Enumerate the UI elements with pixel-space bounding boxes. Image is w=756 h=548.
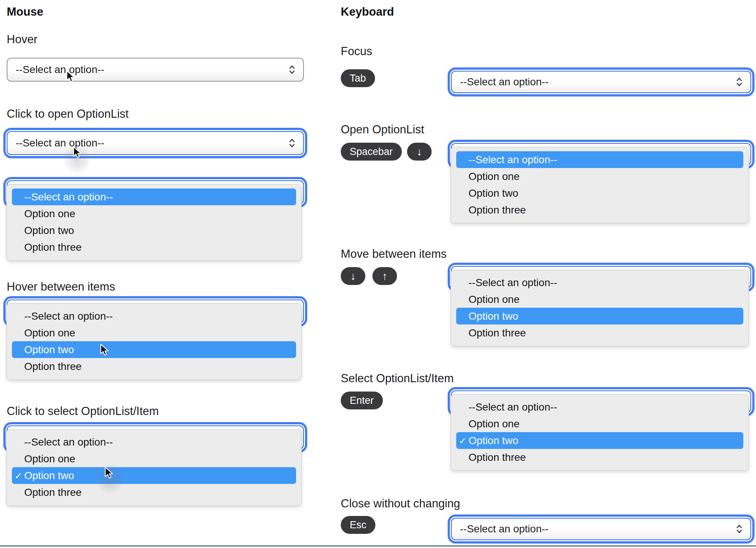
option-item[interactable]: ✓Option two (456, 432, 743, 449)
option-item[interactable]: --Select an option-- (12, 308, 296, 324)
option-label: Option three (468, 452, 526, 463)
optionlist-open: --Select an option--Option oneOption two… (7, 300, 304, 381)
optionlist-panel: --Select an option--Option oneOption two… (451, 270, 749, 346)
arrow-down-key-icon: ↓ (407, 143, 432, 161)
option-label: --Select an option-- (468, 277, 557, 289)
select-value: --Select an option-- (16, 64, 104, 76)
option-item[interactable]: --Select an option-- (456, 151, 743, 168)
option-label: Option one (468, 418, 520, 430)
key-badge-enter: Enter (341, 392, 383, 409)
option-label: --Select an option-- (468, 401, 557, 413)
click-open-section-label: Click to open OptionList (7, 107, 128, 121)
optionlist-open: --Select an option--Option oneOption two… (451, 143, 751, 225)
close-section-label: Close without changing (341, 497, 460, 510)
option-item[interactable]: --Select an option-- (456, 274, 743, 291)
option-label: --Select an option-- (24, 191, 113, 203)
chevron-up-down-icon (736, 523, 743, 535)
option-item[interactable]: Option three (456, 449, 743, 466)
optionlist-panel: --Select an option--Option one✓Option tw… (451, 394, 749, 471)
option-item[interactable]: Option three (12, 239, 296, 256)
key-badge-tab: Tab (341, 69, 375, 87)
arrow-up-key-icon: ↑ (372, 267, 397, 285)
focus-section-label: Focus (341, 45, 372, 58)
option-label: Option three (468, 204, 526, 216)
optionlist-open: --Select an option--Option oneOption two… (451, 266, 751, 348)
option-label: Option one (24, 327, 75, 339)
chevron-up-down-icon (288, 64, 296, 76)
option-item[interactable]: --Select an option-- (12, 189, 296, 205)
checkmark-icon: ✓ (15, 470, 22, 481)
chevron-up-down-icon (736, 76, 743, 88)
hover-select[interactable]: --Select an option-- (7, 58, 304, 82)
checkmark-icon: ✓ (459, 435, 467, 446)
option-item[interactable]: --Select an option-- (12, 434, 296, 450)
option-item[interactable]: Option one (456, 415, 743, 432)
move-section-label: Move between items (341, 247, 447, 261)
option-item[interactable]: Option three (456, 202, 743, 218)
option-label: Option three (24, 487, 82, 498)
option-item[interactable]: Option one (456, 168, 743, 185)
option-label: Option one (24, 208, 75, 220)
option-label: Option three (468, 327, 526, 339)
bottom-divider (0, 545, 756, 547)
option-item[interactable]: Option one (456, 291, 743, 308)
close-select[interactable]: --Select an option-- (451, 518, 751, 540)
option-item[interactable]: Option two (12, 222, 296, 239)
option-label: --Select an option-- (24, 436, 113, 448)
hover-section-label: Hover (7, 33, 38, 46)
option-item[interactable]: --Select an option-- (456, 399, 743, 415)
option-label: Option two (468, 435, 518, 447)
option-label: Option three (24, 361, 82, 373)
option-item[interactable]: Option three (12, 484, 296, 501)
option-item[interactable]: Option one (12, 324, 296, 341)
option-label: Option three (24, 241, 82, 253)
option-label: --Select an option-- (24, 310, 113, 322)
optionlist-open: --Select an option--Option one✓Option tw… (451, 390, 751, 472)
option-label: Option two (24, 470, 74, 482)
hover-items-section-label: Hover between items (7, 280, 115, 294)
chevron-up-down-icon (288, 137, 296, 149)
option-label: Option one (24, 453, 75, 465)
optionlist-panel: --Select an option--Option oneOption two… (6, 303, 302, 380)
option-item[interactable]: Option one (12, 205, 296, 222)
option-item[interactable]: Option two (456, 308, 743, 324)
key-badge-esc: Esc (341, 516, 375, 534)
open-section-label: Open OptionList (341, 123, 424, 136)
option-label: Option two (24, 344, 74, 356)
select-value: --Select an option-- (460, 523, 549, 535)
optionlist-open: --Select an option--Option oneOption two… (7, 180, 304, 262)
option-label: Option two (24, 225, 74, 237)
option-label: Option two (468, 187, 518, 199)
optionlist-panel: --Select an option--Option oneOption two… (6, 184, 302, 261)
optionlist-panel: --Select an option--Option oneOption two… (451, 147, 749, 224)
click-open-select[interactable]: --Select an option-- (7, 131, 304, 155)
option-item[interactable]: Option one (12, 450, 296, 467)
option-item[interactable]: Option three (456, 324, 743, 341)
key-badge-spacebar: Spacebar (341, 143, 402, 161)
optionlist-panel: --Select an option--Option one✓Option tw… (6, 429, 302, 506)
optionlist-open: --Select an option--Option one✓Option tw… (7, 425, 304, 507)
option-item[interactable]: Option three (12, 358, 296, 375)
select-value: --Select an option-- (16, 137, 104, 149)
select-value: --Select an option-- (460, 76, 549, 88)
option-label: --Select an option-- (468, 154, 557, 166)
option-label: Option one (468, 171, 520, 183)
arrow-down-key-icon: ↓ (341, 267, 365, 285)
focus-select[interactable]: --Select an option-- (451, 71, 751, 93)
option-item[interactable]: Option two (456, 185, 743, 202)
option-item[interactable]: Option two (12, 341, 296, 358)
click-select-section-label: Click to select OptionList/Item (7, 405, 159, 418)
option-label: Option one (468, 294, 520, 305)
mouse-heading: Mouse (7, 5, 43, 19)
option-label: Option two (468, 310, 518, 322)
keyboard-heading: Keyboard (341, 5, 394, 19)
select-item-section-label: Select OptionList/Item (341, 372, 454, 385)
option-item[interactable]: ✓Option two (12, 467, 296, 484)
